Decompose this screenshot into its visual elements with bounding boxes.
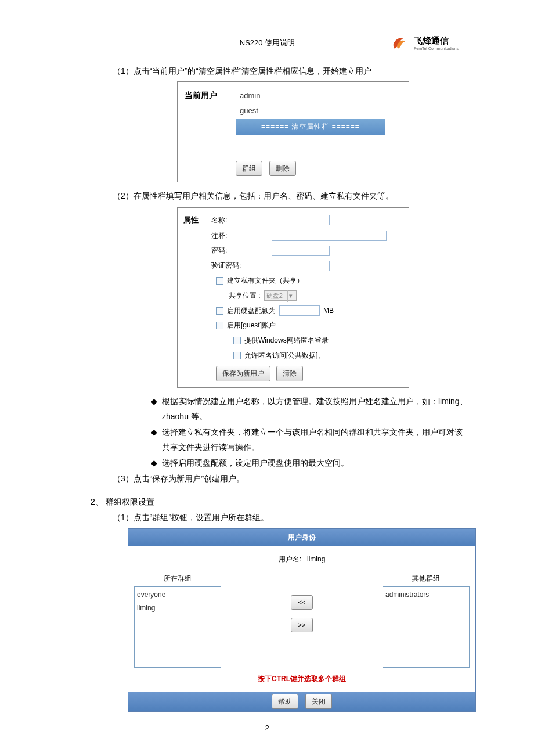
- close-button[interactable]: 关闭: [305, 694, 332, 710]
- list-item[interactable]: liming: [137, 602, 218, 615]
- left-list-label: 所在群组: [134, 572, 221, 585]
- password-label: 密码:: [208, 244, 254, 257]
- bullet-text: 根据实际情况建立用户名称，以方便管理。建议按照用户姓名建立用户，如：liming…: [162, 394, 470, 424]
- dialog-title: 用户身份: [128, 529, 475, 546]
- confirm-password-input[interactable]: [272, 261, 330, 271]
- user-listbox[interactable]: admin guest ====== 清空属性栏 ======: [236, 88, 385, 157]
- allow-anon-label: 允许匿名访问[公共数据]。: [244, 349, 325, 362]
- allow-anon-checkbox[interactable]: [233, 352, 241, 359]
- list-item[interactable]: everyone: [137, 588, 218, 602]
- user-identity-dialog: 用户身份 用户名: liming 所在群组 everyone liming: [128, 528, 476, 712]
- group-button[interactable]: 群组: [236, 161, 262, 177]
- attr-title: 属性: [183, 213, 208, 228]
- list-item[interactable]: administrators: [385, 588, 467, 602]
- right-list-label: 其他群组: [383, 572, 470, 585]
- quota-label: 启用硬盘配额为: [227, 304, 276, 318]
- current-user-label: 当前用户: [185, 88, 221, 157]
- chevron-down-icon: ▾: [287, 290, 294, 302]
- flame-icon: [389, 35, 410, 51]
- brand-name-cn: 飞烽通信: [414, 35, 459, 46]
- disk-value: 硬盘2: [266, 290, 283, 302]
- quota-checkbox[interactable]: [216, 307, 223, 315]
- bullet-text: 选择建立私有文件夹，将建立一个与该用户名相同的群组和共享文件夹，用户可对该共享文…: [162, 424, 470, 455]
- member-groups-listbox[interactable]: everyone liming: [134, 586, 221, 668]
- bullet-icon: ◆: [151, 394, 157, 424]
- bullet-text: 选择启用硬盘配额，设定用户硬盘使用的最大空间。: [162, 455, 349, 471]
- quota-unit: MB: [323, 304, 334, 318]
- enable-guest-checkbox[interactable]: [216, 322, 223, 329]
- help-button[interactable]: 帮助: [272, 694, 298, 710]
- enable-guest-label: 启用[guest]账户: [227, 319, 276, 332]
- section-2-step-1: （1）点击“群组”按钮，设置用户所在群组。: [64, 510, 470, 525]
- list-item[interactable]: guest: [236, 103, 385, 119]
- current-user-panel: 当前用户 admin guest ====== 清空属性栏 ====== 群组 …: [177, 81, 409, 183]
- windows-anon-label: 提供Windows网络匿名登录: [244, 334, 329, 347]
- other-groups-listbox[interactable]: administrators: [383, 586, 470, 668]
- bullet-icon: ◆: [151, 424, 157, 455]
- private-folder-label: 建立私有文件夹（共享）: [227, 274, 304, 287]
- private-folder-checkbox[interactable]: [216, 277, 223, 285]
- header-divider: [64, 56, 470, 56]
- list-item[interactable]: admin: [236, 88, 385, 104]
- username-value: liming: [307, 555, 325, 563]
- brand-logo: 飞烽通信 FemTel Communications: [389, 35, 459, 51]
- quota-input[interactable]: [279, 305, 320, 316]
- password-input[interactable]: [272, 246, 330, 256]
- confirm-password-label: 验证密码:: [208, 259, 254, 272]
- doc-title: NS220 使用说明: [145, 38, 389, 48]
- section-2-heading: 2、 群组权限设置: [64, 494, 470, 510]
- name-label: 名称:: [208, 214, 254, 227]
- bullet-icon: ◆: [151, 455, 157, 471]
- attribute-panel: 属性 名称: 注释: 密码: 验证密码:: [177, 207, 409, 388]
- delete-button[interactable]: 删除: [269, 161, 296, 177]
- comment-input[interactable]: [272, 231, 387, 241]
- comment-label: 注释:: [208, 229, 254, 243]
- clear-attributes-bar[interactable]: ====== 清空属性栏 ======: [236, 119, 385, 135]
- step-2-text: （2）在属性栏填写用户相关信息，包括：用户名、密码、建立私有文件夹等。: [64, 188, 470, 204]
- brand-name-en: FemTel Communications: [414, 46, 459, 51]
- move-right-button[interactable]: >>: [291, 618, 313, 632]
- ctrl-hint: 按下CTRL键并选取多个群组: [134, 672, 470, 686]
- share-location-label: 共享位置 :: [229, 289, 261, 303]
- clear-button[interactable]: 清除: [276, 366, 303, 381]
- step-3-text: （3）点击“保存为新用户”创建用户。: [64, 471, 470, 487]
- move-left-button[interactable]: <<: [291, 595, 313, 610]
- share-location-select[interactable]: 硬盘2 ▾: [264, 290, 297, 301]
- name-input[interactable]: [272, 215, 330, 225]
- save-new-user-button[interactable]: 保存为新用户: [216, 366, 270, 381]
- page-number: 2: [64, 723, 470, 732]
- step-1-text: （1）点击“当前用户”的“清空属性栏”清空属性栏相应信息，开始建立用户: [64, 63, 470, 79]
- username-label: 用户名:: [279, 555, 301, 563]
- windows-anon-checkbox[interactable]: [233, 337, 241, 344]
